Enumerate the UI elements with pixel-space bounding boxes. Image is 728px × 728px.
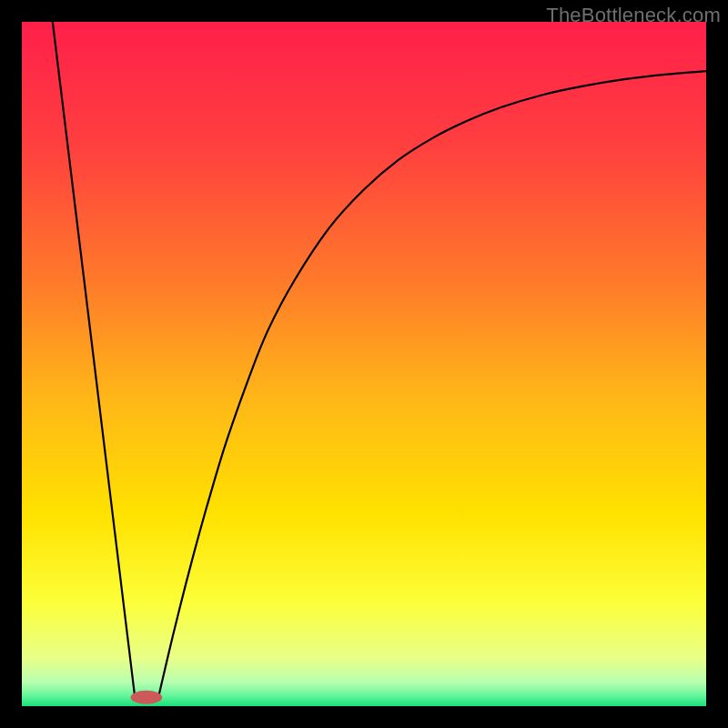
chart-svg — [22, 22, 706, 706]
chart-frame: TheBottleneck.com — [0, 0, 728, 728]
plot-area — [22, 22, 706, 706]
optimal-marker — [131, 691, 163, 704]
watermark-text: TheBottleneck.com — [546, 4, 721, 27]
